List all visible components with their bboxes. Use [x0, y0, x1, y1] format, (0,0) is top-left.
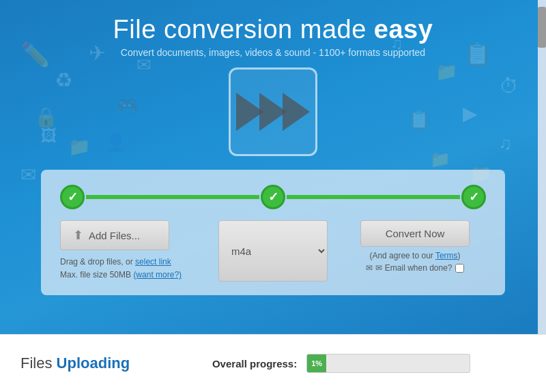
deco-icon-3: 🔒 — [34, 106, 58, 128]
deco-icon-7: 🎮 — [116, 95, 138, 117]
step-line-2 — [287, 195, 460, 199]
progress-bar: 1% — [306, 354, 470, 373]
deco-icon-8: 🖼 — [41, 126, 57, 145]
add-files-button[interactable]: ⬆ Add Files... — [60, 220, 169, 250]
deco-icon-10: 📋 — [464, 41, 491, 67]
title-area: File conversion made easy Convert docume… — [113, 15, 433, 58]
main-title: File conversion made easy — [113, 15, 433, 44]
agree-text: (And agree to our Terms) — [369, 251, 460, 260]
email-icon: ✉ — [366, 263, 373, 273]
scrollbar[interactable] — [538, 0, 546, 334]
logo-box — [229, 67, 317, 156]
hero-section: ✏️ ♻ 🔒 📁 ✉ ✈ 🎮 🖼 ✉ 📋 ⏱ ▶ ♫ 📁 📋 📁 📁 👤 ♫ F… — [0, 0, 546, 334]
subtitle: Convert documents, images, videos & soun… — [113, 47, 433, 58]
deco-icon-15: 📋 — [408, 109, 430, 130]
action-row: ⬆ Add Files... Drag & drop files, or sel… — [60, 220, 486, 282]
deco-icon-13: ♫ — [499, 133, 513, 154]
arrow-3 — [283, 93, 310, 131]
scrollbar-thumb[interactable] — [538, 7, 546, 48]
email-checkbox[interactable] — [455, 264, 464, 273]
format-select[interactable]: m4a mp3 mp4 avi wav aac flac ogg mkv — [218, 220, 328, 282]
deco-icon-4: 📁 — [68, 136, 90, 157]
want-more-link[interactable]: (want more?) — [133, 270, 182, 280]
convert-section: Convert Now (And agree to our Terms) ✉ ✉… — [344, 220, 486, 282]
upload-arrow-icon: ⬆ — [73, 228, 83, 243]
deco-icon-11: ⏱ — [500, 75, 519, 97]
progress-bar-fill: 1% — [307, 355, 326, 372]
email-row: ✉ ✉ Email when done? — [366, 263, 463, 273]
convert-now-button[interactable]: Convert Now — [360, 220, 470, 247]
deco-icon-17: 📁 — [430, 150, 450, 169]
step-1-circle: ✓ — [60, 185, 85, 209]
overall-progress-section: Overall progress: 1% — [157, 354, 526, 373]
deco-icon-1: ✏️ — [20, 41, 51, 70]
steps-bar: ✓ ✓ ✓ — [60, 185, 486, 209]
overall-progress-label: Overall progress: — [212, 358, 297, 370]
files-uploading-label: Files Uploading — [20, 355, 130, 372]
select-link[interactable]: select link — [135, 257, 171, 267]
deco-icon-6: ✈ — [89, 41, 106, 65]
deco-icon-5: ✉ — [20, 164, 36, 186]
drag-drop-text: Drag & drop files, or select link Max. f… — [60, 256, 202, 282]
step-line-1 — [86, 195, 259, 199]
deco-icon-2: ♻ — [55, 68, 73, 92]
conversion-panel: ✓ ✓ ✓ ⬆ Add Files... Drag & drop files, … — [41, 170, 505, 295]
deco-icon-14: 📁 — [435, 61, 457, 82]
step-2-circle: ✓ — [261, 185, 285, 209]
logo-area — [229, 67, 317, 156]
step-3-circle: ✓ — [461, 185, 486, 209]
bottom-bar: Files Uploading Overall progress: 1% — [0, 334, 546, 392]
add-files-section: ⬆ Add Files... Drag & drop files, or sel… — [60, 220, 202, 282]
deco-icon-18: 👤 — [106, 133, 126, 152]
terms-link[interactable]: Terms — [435, 251, 458, 260]
play-arrows-icon — [236, 93, 310, 131]
deco-icon-12: ▶ — [463, 102, 478, 125]
format-section: m4a mp3 mp4 avi wav aac flac ogg mkv — [202, 220, 344, 282]
